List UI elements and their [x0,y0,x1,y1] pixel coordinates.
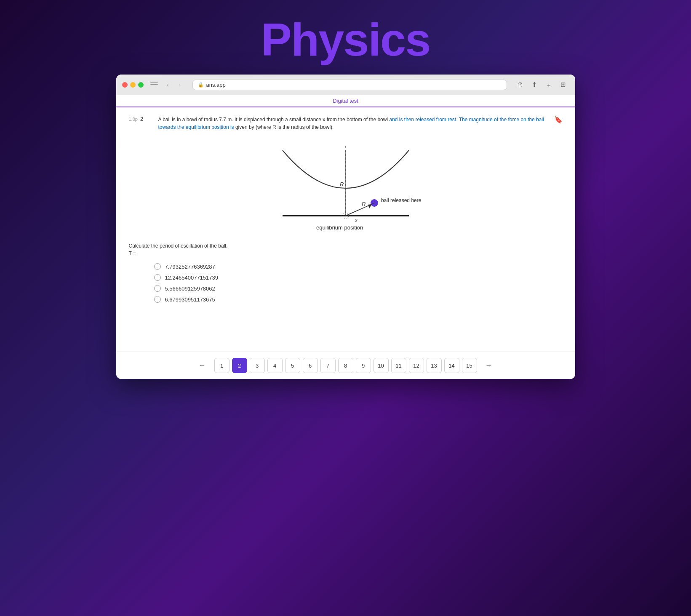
history-icon[interactable]: ⏱ [515,79,526,91]
prev-page-button[interactable]: ← [195,358,210,373]
svg-marker-8 [368,204,372,208]
radio-1[interactable] [154,263,161,270]
sub-question: Calculate the period of oscillation of t… [129,243,563,249]
tab-bar: Digital test [116,95,575,107]
close-button[interactable] [122,82,128,88]
content-area: 1.0p 2 A ball is in a bowl of radius 7.7… [116,107,575,352]
page-button-6[interactable]: 6 [303,358,318,373]
question-points: 1.0p [129,117,138,122]
answer-option-4[interactable]: 6.679930951173675 [154,296,563,303]
minimize-button[interactable] [130,82,136,88]
next-page-button[interactable]: → [481,358,496,373]
forward-button[interactable]: › [175,80,185,90]
radio-2[interactable] [154,274,161,281]
page-button-14[interactable]: 14 [444,358,459,373]
browser-window: ‹ › 🔒 ans.app ⏱ ⬆ + ⊞ Digital test 1.0p … [116,75,575,379]
answer-option-3[interactable]: 5.566609125978062 [154,285,563,292]
page-button-3[interactable]: 3 [250,358,265,373]
address-bar[interactable]: 🔒 ans.app [192,80,507,90]
option-value-4: 6.679930951173675 [165,296,215,303]
radio-3[interactable] [154,285,161,292]
sidebar-toggle-icon[interactable] [150,82,158,88]
page-title: Physics [0,0,691,75]
new-tab-icon[interactable]: + [543,79,555,91]
answer-option-1[interactable]: 7.793252776369287 [154,263,563,270]
page-button-2[interactable]: 2 [232,358,247,373]
question-text: A ball is in a bowl of radius 7.7 m. It … [158,116,550,131]
browser-actions: ⏱ ⬆ + ⊞ [515,79,569,91]
nav-buttons: ‹ › [163,80,185,90]
maximize-button[interactable] [138,82,144,88]
tab-label[interactable]: Digital test [333,98,358,104]
svg-text:R: R [340,181,344,187]
radio-4[interactable] [154,296,161,303]
option-value-3: 5.566609125978062 [165,285,215,292]
page-button-12[interactable]: 12 [409,358,424,373]
sub-answer-label: T = [129,251,563,256]
page-button-1[interactable]: 1 [214,358,229,373]
diagram-container: R R x ball released her [129,138,563,235]
page-button-13[interactable]: 13 [427,358,442,373]
page-button-8[interactable]: 8 [338,358,353,373]
option-value-1: 7.793252776369287 [165,264,215,270]
svg-text:R: R [362,201,366,207]
svg-text:x: x [355,217,358,223]
page-button-5[interactable]: 5 [285,358,300,373]
question-header: 1.0p 2 A ball is in a bowl of radius 7.7… [129,116,563,131]
bowl-diagram: R R x ball released her [257,138,434,235]
lock-icon: 🔒 [198,82,204,88]
question-number: 2 [140,116,143,122]
answer-options: 7.793252776369287 12.246540077151739 5.5… [154,263,563,303]
share-icon[interactable]: ⬆ [529,79,541,91]
page-button-9[interactable]: 9 [356,358,371,373]
page-button-7[interactable]: 7 [320,358,336,373]
page-button-11[interactable]: 11 [391,358,406,373]
svg-text:equilibrium position: equilibrium position [316,224,363,231]
page-button-15[interactable]: 15 [462,358,477,373]
back-button[interactable]: ‹ [163,80,173,90]
pagination-bar: ← 1 2 3 4 5 6 7 8 9 10 11 12 13 14 15 → [116,352,575,379]
question-meta: 1.0p 2 [129,116,154,122]
answer-option-2[interactable]: 12.246540077151739 [154,274,563,281]
bookmark-icon[interactable]: 🔖 [554,116,563,124]
question-text-highlight: and is then released from rest. The magn… [158,117,544,130]
page-button-4[interactable]: 4 [267,358,283,373]
svg-text:ball released here: ball released here [381,197,422,203]
page-button-10[interactable]: 10 [374,358,389,373]
traffic-lights [122,82,144,88]
svg-line-7 [348,204,372,215]
tabs-icon[interactable]: ⊞ [558,79,569,91]
option-value-2: 12.246540077151739 [165,275,219,281]
url-text: ans.app [206,82,226,88]
browser-chrome: ‹ › 🔒 ans.app ⏱ ⬆ + ⊞ [116,75,575,95]
